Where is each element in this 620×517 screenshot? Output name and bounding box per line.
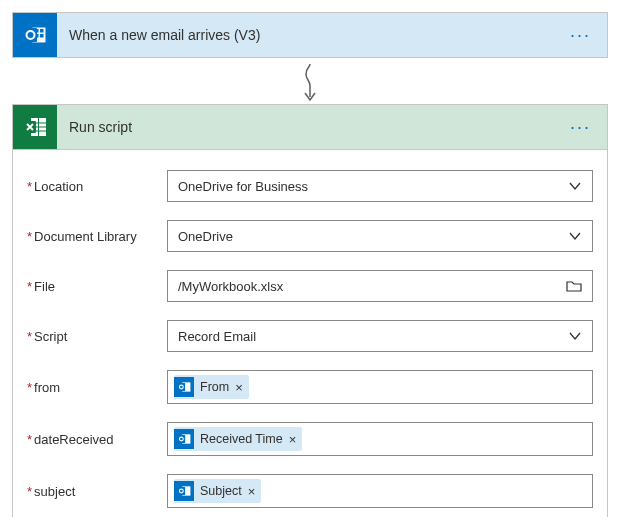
folder-icon[interactable] [566,279,582,293]
token-from[interactable]: From × [174,375,249,399]
row-location: *Location OneDrive for Business [27,170,593,202]
token-label: From [200,380,229,394]
outlook-icon [174,481,194,501]
from-input[interactable]: From × [167,370,593,404]
flow-arrow [12,58,608,104]
label-script: *Script [27,329,167,344]
token-received-time[interactable]: Received Time × [174,427,302,451]
token-label: Received Time [200,432,283,446]
chevron-down-icon [568,179,582,193]
action-form: *Location OneDrive for Business *Documen… [13,149,607,517]
token-remove-button[interactable]: × [248,484,256,499]
token-remove-button[interactable]: × [235,380,243,395]
outlook-icon [13,13,57,57]
row-script: *Script Record Email [27,320,593,352]
row-subject: *subject Subject × [27,474,593,508]
trigger-card: When a new email arrives (V3) ··· [12,12,608,58]
row-document-library: *Document Library OneDrive [27,220,593,252]
label-location: *Location [27,179,167,194]
trigger-menu-button[interactable]: ··· [566,25,595,46]
chevron-down-icon [568,329,582,343]
label-date-received: *dateReceived [27,432,167,447]
row-from: *from From × [27,370,593,404]
token-subject[interactable]: Subject × [174,479,261,503]
label-document-library: *Document Library [27,229,167,244]
action-title: Run script [69,119,566,135]
subject-input[interactable]: Subject × [167,474,593,508]
label-subject: *subject [27,484,167,499]
script-select[interactable]: Record Email [167,320,593,352]
action-card: Run script ··· *Location OneDrive for Bu… [12,104,608,517]
chevron-down-icon [568,229,582,243]
action-header[interactable]: Run script ··· [13,105,607,149]
trigger-header[interactable]: When a new email arrives (V3) ··· [13,13,607,57]
row-file: *File /MyWorkbook.xlsx [27,270,593,302]
svg-rect-15 [178,383,186,391]
outlook-icon [174,377,194,397]
svg-rect-18 [178,435,186,443]
token-label: Subject [200,484,242,498]
label-from: *from [27,380,167,395]
outlook-icon [174,429,194,449]
svg-rect-3 [40,29,44,33]
svg-rect-5 [40,34,44,38]
token-remove-button[interactable]: × [289,432,297,447]
label-file: *File [27,279,167,294]
document-library-select[interactable]: OneDrive [167,220,593,252]
action-menu-button[interactable]: ··· [566,117,595,138]
file-picker[interactable]: /MyWorkbook.xlsx [167,270,593,302]
date-received-input[interactable]: Received Time × [167,422,593,456]
svg-rect-21 [178,487,186,495]
row-date-received: *dateReceived Received Time × [27,422,593,456]
excel-icon [13,105,57,149]
location-select[interactable]: OneDrive for Business [167,170,593,202]
trigger-title: When a new email arrives (V3) [69,27,566,43]
